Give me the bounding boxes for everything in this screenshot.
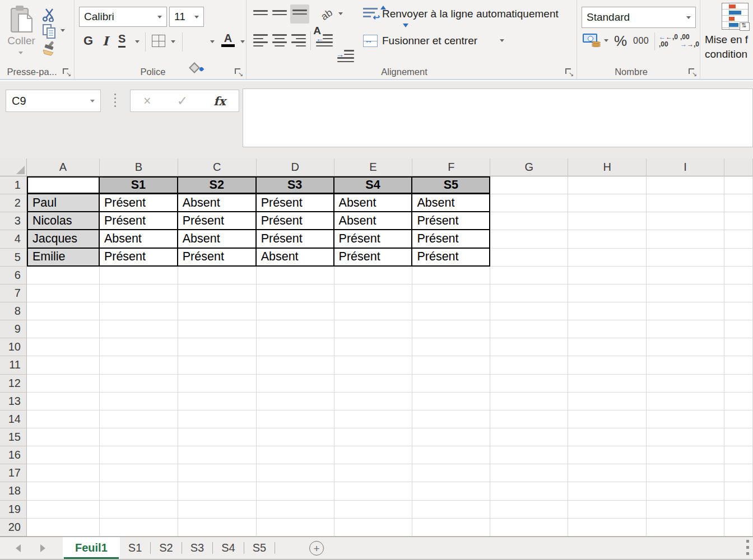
cell[interactable] <box>334 267 413 284</box>
cell[interactable] <box>490 356 568 374</box>
cell[interactable] <box>724 464 753 482</box>
cell[interactable] <box>724 446 753 464</box>
cell[interactable] <box>27 501 100 519</box>
attendance-cell[interactable]: Présent <box>412 230 490 248</box>
cell[interactable] <box>100 267 178 284</box>
attendance-cell[interactable]: Présent <box>257 194 334 212</box>
cell[interactable] <box>490 446 568 464</box>
row-header-14[interactable]: 14 <box>0 410 27 428</box>
cell[interactable] <box>724 356 753 374</box>
cell[interactable] <box>178 428 257 446</box>
cell[interactable] <box>724 338 753 356</box>
cell[interactable] <box>412 464 490 482</box>
clipboard-dialog-launcher[interactable] <box>63 68 70 76</box>
cell[interactable] <box>490 212 568 230</box>
student-name-cell[interactable]: Jacques <box>27 230 100 248</box>
cell[interactable] <box>257 482 334 500</box>
cell[interactable] <box>568 375 647 393</box>
cell[interactable] <box>257 356 334 374</box>
cell[interactable] <box>257 501 334 519</box>
cell[interactable] <box>647 464 724 482</box>
cell[interactable] <box>334 464 413 482</box>
previous-sheet-arrow-icon[interactable] <box>16 544 21 552</box>
row-header-1[interactable]: 1 <box>0 176 27 194</box>
cell[interactable] <box>334 338 413 356</box>
sheet-tab-s2[interactable]: S2 <box>151 537 181 559</box>
attendance-cell[interactable]: Présent <box>100 194 178 212</box>
wrap-text-button[interactable]: ↩ <box>362 6 379 21</box>
column-header-A[interactable]: A <box>27 158 100 176</box>
cell[interactable] <box>27 338 100 356</box>
cell[interactable] <box>257 446 334 464</box>
cell[interactable] <box>257 393 334 410</box>
cell[interactable] <box>178 284 257 302</box>
cell[interactable] <box>490 320 568 338</box>
cell[interactable] <box>647 338 724 356</box>
cancel-icon[interactable]: × <box>143 95 151 108</box>
cell[interactable] <box>334 375 413 393</box>
cell[interactable] <box>568 519 647 536</box>
column-header-H[interactable]: H <box>568 158 647 176</box>
row-header-6[interactable]: 6 <box>0 267 27 284</box>
sheet-tab-feuil1[interactable]: Feuil1 <box>63 537 120 559</box>
cell[interactable] <box>100 375 178 393</box>
copy-dropdown-caret[interactable] <box>61 29 65 32</box>
cell[interactable] <box>568 267 647 284</box>
cell[interactable] <box>647 393 724 410</box>
cell[interactable] <box>334 320 413 338</box>
cell[interactable] <box>257 428 334 446</box>
column-header-D[interactable]: D <box>257 158 334 176</box>
cell[interactable] <box>647 501 724 519</box>
increase-indent-button[interactable]: → <box>337 48 354 64</box>
attendance-cell[interactable]: Absent <box>100 230 178 248</box>
column-header-G[interactable]: G <box>490 158 568 176</box>
cell[interactable] <box>568 249 647 267</box>
cell[interactable] <box>490 482 568 500</box>
cell[interactable] <box>647 428 724 446</box>
cell[interactable] <box>724 320 753 338</box>
cell[interactable] <box>178 501 257 519</box>
bold-button[interactable]: G <box>83 34 93 48</box>
align-top-button[interactable] <box>252 7 269 22</box>
cell[interactable] <box>178 267 257 284</box>
cell[interactable] <box>490 284 568 302</box>
sheet-tab-s5[interactable]: S5 <box>244 537 275 559</box>
cell[interactable] <box>647 194 724 212</box>
row-header-18[interactable]: 18 <box>0 482 27 500</box>
next-sheet-arrow-icon[interactable] <box>40 544 45 552</box>
cell[interactable] <box>100 501 178 519</box>
cell[interactable] <box>724 393 753 410</box>
cell[interactable] <box>724 176 753 194</box>
cell[interactable] <box>724 267 753 284</box>
column-header-E[interactable]: E <box>334 158 413 176</box>
cell[interactable] <box>490 428 568 446</box>
merge-center-caret[interactable] <box>500 39 504 42</box>
attendance-cell[interactable]: Présent <box>334 230 413 248</box>
table-corner-cell[interactable] <box>27 176 100 194</box>
orientation-caret[interactable] <box>338 12 343 15</box>
row-header-16[interactable]: 16 <box>0 446 27 464</box>
cell[interactable] <box>178 302 257 320</box>
row-header-15[interactable]: 15 <box>0 428 27 446</box>
cell[interactable] <box>100 356 178 374</box>
cell[interactable] <box>724 302 753 320</box>
cell[interactable] <box>568 482 647 500</box>
cell[interactable] <box>568 356 647 374</box>
cell[interactable] <box>257 267 334 284</box>
cell[interactable] <box>178 410 257 428</box>
cell[interactable] <box>100 428 178 446</box>
row-header-13[interactable]: 13 <box>0 393 27 410</box>
new-sheet-button[interactable]: + <box>309 541 324 556</box>
cell[interactable] <box>178 320 257 338</box>
cell[interactable] <box>412 267 490 284</box>
cell[interactable] <box>257 302 334 320</box>
name-box[interactable]: C9 <box>6 90 101 112</box>
cell[interactable] <box>334 410 413 428</box>
attendance-cell[interactable]: Absent <box>257 249 334 267</box>
cell[interactable] <box>257 375 334 393</box>
decrease-decimal-button[interactable]: ,00 →→,0 <box>680 34 699 48</box>
cell[interactable] <box>647 230 724 248</box>
row-header-9[interactable]: 9 <box>0 320 27 338</box>
cell[interactable] <box>568 176 647 194</box>
cell[interactable] <box>490 194 568 212</box>
